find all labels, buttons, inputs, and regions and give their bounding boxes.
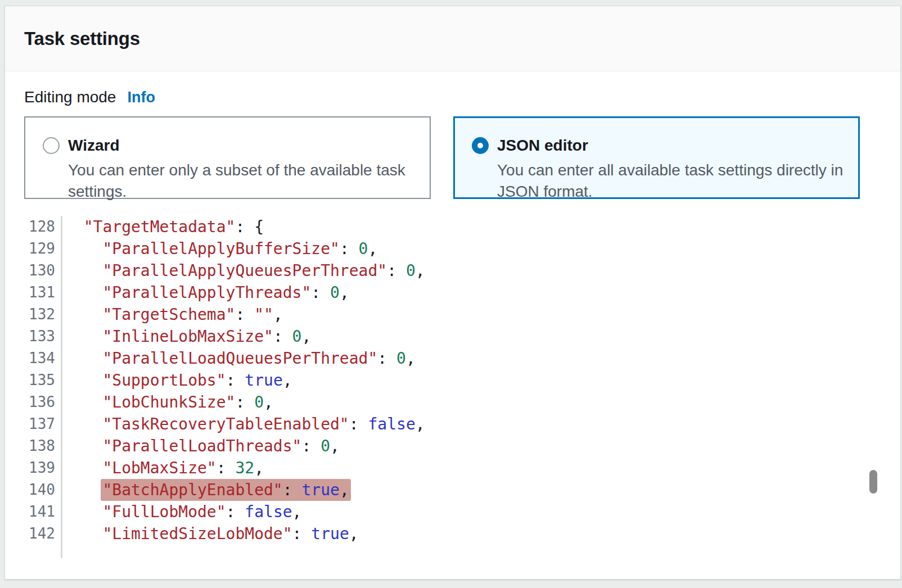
code-line[interactable]: 129 "ParallelApplyBufferSize": 0, <box>24 238 900 260</box>
gutter-tail <box>24 545 900 558</box>
line-number: 130 <box>24 260 62 282</box>
line-number: 134 <box>24 347 62 369</box>
code-text: "BatchApplyEnabled": true, <box>62 479 349 501</box>
option-title: JSON editor <box>497 136 845 155</box>
panel-header: Task settings <box>5 6 900 71</box>
option-title: Wizard <box>68 136 416 155</box>
line-number: 138 <box>24 435 62 457</box>
line-number: 128 <box>24 216 62 238</box>
code-line[interactable]: 131 "ParallelApplyThreads": 0, <box>24 282 900 304</box>
code-line[interactable]: 141 "FullLobMode": false, <box>24 501 900 523</box>
line-number: 131 <box>24 282 62 304</box>
line-number: 136 <box>24 391 62 413</box>
option-description: You can enter only a subset of the avail… <box>68 160 416 202</box>
line-number: 137 <box>24 413 62 435</box>
code-text: "SupportLobs": true, <box>62 369 292 391</box>
task-settings-panel: Task settings Editing mode Info Wizard Y… <box>4 6 901 580</box>
code-text: "InlineLobMaxSize": 0, <box>62 325 311 347</box>
panel-body: Editing mode Info Wizard You can enter o… <box>5 71 900 572</box>
editing-mode-option-wizard[interactable]: Wizard You can enter only a subset of th… <box>24 116 431 199</box>
line-number: 133 <box>24 325 62 347</box>
code-text: "ParallelApplyQueuesPerThread": 0, <box>62 260 425 282</box>
code-line[interactable]: 137 "TaskRecoveryTableEnabled": false, <box>24 413 900 435</box>
code-text: "TaskRecoveryTableEnabled": false, <box>62 413 425 435</box>
code-text: "ParallelApplyBufferSize": 0, <box>62 238 377 260</box>
code-text: "LobChunkSize": 0, <box>62 391 273 413</box>
code-text: "TargetMetadata": { <box>62 216 264 238</box>
search-highlight: "BatchApplyEnabled": true, <box>102 481 349 499</box>
code-line[interactable]: 135 "SupportLobs": true, <box>24 369 900 391</box>
code-line[interactable]: 140 "BatchApplyEnabled": true, <box>24 479 900 501</box>
editing-mode-options: Wizard You can enter only a subset of th… <box>24 116 900 199</box>
editing-mode-label: Editing mode <box>24 88 116 106</box>
option-text: JSON editor You can enter all available … <box>497 136 845 202</box>
code-line[interactable]: 130 "ParallelApplyQueuesPerThread": 0, <box>24 260 900 282</box>
code-text: "LimitedSizeLobMode": true, <box>62 523 359 545</box>
line-number: 135 <box>24 369 62 391</box>
info-link[interactable]: Info <box>127 89 155 106</box>
page-title: Task settings <box>24 28 140 49</box>
option-description: You can enter all available task setting… <box>497 160 845 202</box>
code-line[interactable]: 138 "ParallelLoadThreads": 0, <box>24 435 900 457</box>
code-text: "ParallelLoadThreads": 0, <box>62 435 340 457</box>
code-line[interactable]: 132 "TargetSchema": "", <box>24 304 900 325</box>
radio-unselected-icon[interactable] <box>43 137 60 154</box>
code-line[interactable]: 136 "LobChunkSize": 0, <box>24 391 900 413</box>
code-text: "FullLobMode": false, <box>62 501 301 523</box>
code-text: "ParallelApplyThreads": 0, <box>62 282 349 304</box>
code-text: "LobMaxSize": 32, <box>62 457 264 479</box>
line-number: 140 <box>24 479 62 501</box>
scrollbar-thumb[interactable] <box>869 470 877 494</box>
line-number: 129 <box>24 238 62 260</box>
radio-selected-icon[interactable] <box>472 137 489 154</box>
line-number: 142 <box>24 523 62 545</box>
line-number: 141 <box>24 501 62 523</box>
line-number: 139 <box>24 457 62 479</box>
code-line[interactable]: 128 "TargetMetadata": { <box>24 216 900 238</box>
line-number: 132 <box>24 304 62 325</box>
option-text: Wizard You can enter only a subset of th… <box>68 136 416 202</box>
editing-mode-option-json-editor[interactable]: JSON editor You can enter all available … <box>453 116 860 199</box>
code-text: "ParallelLoadQueuesPerThread": 0, <box>62 347 416 369</box>
editing-mode-row: Editing mode Info <box>24 88 900 106</box>
code-line[interactable]: 142 "LimitedSizeLobMode": true, <box>24 523 900 545</box>
json-code-editor[interactable]: 128 "TargetMetadata": {129 "ParallelAppl… <box>24 216 900 572</box>
code-line[interactable]: 133 "InlineLobMaxSize": 0, <box>24 325 900 347</box>
code-line[interactable]: 139 "LobMaxSize": 32, <box>24 457 900 479</box>
code-text: "TargetSchema": "", <box>62 304 283 325</box>
code-line[interactable]: 134 "ParallelLoadQueuesPerThread": 0, <box>24 347 900 369</box>
